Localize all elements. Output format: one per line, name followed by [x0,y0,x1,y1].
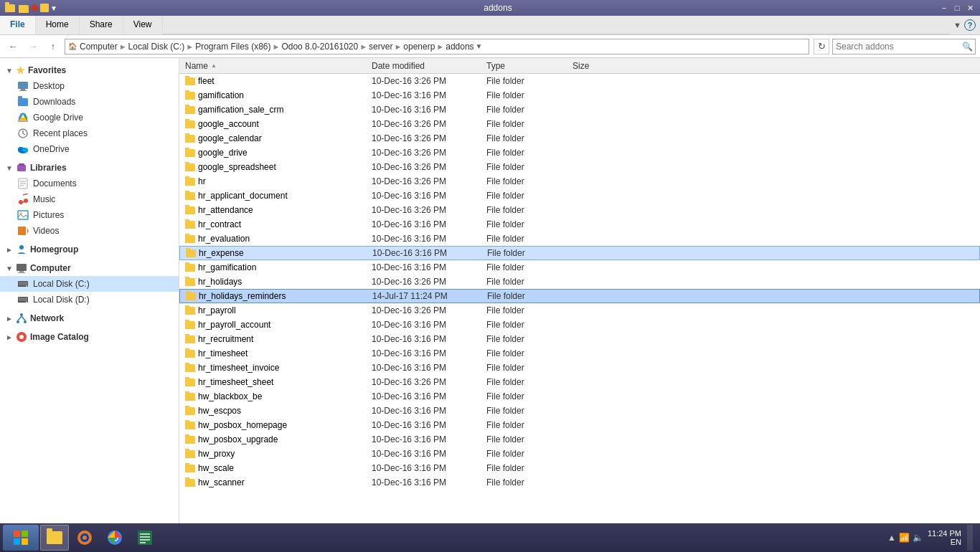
sidebar-header-image-catalog[interactable]: ► Image Catalog [0,329,179,345]
volume-tray-icon[interactable]: 🔈 [913,533,923,543]
table-row[interactable]: gamification 10-Dec-16 3:16 PM File fold… [179,88,980,103]
taskbar-item-firefox[interactable] [70,525,99,551]
sidebar-item-music[interactable]: Music [0,191,179,207]
svg-line-41 [22,316,25,320]
table-row[interactable]: hr_timesheet_sheet 10-Dec-16 3:26 PM Fil… [179,375,980,389]
start-button[interactable] [3,525,39,551]
sidebar-item-local-disk-c[interactable]: Local Disk (C:) [0,276,179,292]
file-list[interactable]: fleet 10-Dec-16 3:26 PM File folder gami… [179,74,980,528]
path-localdisk[interactable]: Local Disk (C:) [128,42,185,52]
table-row[interactable]: hr_recruitment 10-Dec-16 3:16 PM File fo… [179,332,980,346]
table-row[interactable]: fleet 10-Dec-16 3:26 PM File folder [179,74,980,88]
sidebar-item-google-drive[interactable]: Google Drive [0,110,179,125]
table-row[interactable]: hr_gamification 10-Dec-16 3:16 PM File f… [179,260,980,275]
file-name-text: hr_expense [199,248,244,258]
tray-arrow-icon[interactable]: ▲ [887,533,896,543]
table-row[interactable]: google_account 10-Dec-16 3:26 PM File fo… [179,117,980,131]
sidebar-item-desktop[interactable]: Desktop [0,78,179,94]
table-row[interactable]: hw_blackbox_be 10-Dec-16 3:16 PM File fo… [179,389,980,404]
path-odoo[interactable]: Odoo 8.0-20161020 [281,42,358,52]
taskbar-item-explorer[interactable] [40,525,69,551]
ribbon-help-icon[interactable]: ? [964,19,976,31]
ribbon-expand-icon[interactable]: ▼ [953,21,961,29]
file-date-cell: 10-Dec-16 3:26 PM [366,76,481,86]
sidebar-item-documents[interactable]: Documents [0,176,179,191]
sidebar-header-libraries[interactable]: ▼ Libraries [0,160,179,176]
svg-rect-27 [19,271,24,272]
table-row[interactable]: hr_evaluation 10-Dec-16 3:16 PM File fol… [179,232,980,246]
sidebar-item-recent[interactable]: Recent places [0,125,179,141]
minimize-button[interactable]: − [938,2,950,14]
path-server[interactable]: server [369,42,392,52]
table-row[interactable]: hw_scanner 10-Dec-16 3:16 PM File folder [179,475,980,490]
path-computer[interactable]: Computer [80,42,118,52]
taskbar-item-chrome[interactable] [100,525,129,551]
path-openerp[interactable]: openerp [403,42,435,52]
forward-button[interactable]: → [24,38,42,55]
table-row[interactable]: google_spreadsheet 10-Dec-16 3:26 PM Fil… [179,160,980,174]
sidebar-header-computer[interactable]: ▼ Computer [0,260,179,276]
file-type-cell: File folder [481,76,567,86]
sidebar-item-videos[interactable]: Videos [0,223,179,239]
quick-access-icon-1[interactable] [19,5,29,13]
refresh-button[interactable]: ↻ [814,39,829,54]
table-row[interactable]: hw_posbox_upgrade 10-Dec-16 3:16 PM File… [179,432,980,447]
close-button[interactable]: ✕ [964,2,976,14]
tab-share[interactable]: Share [80,16,123,34]
address-path[interactable]: 🏠 Computer ► Local Disk (C:) ► Program F… [65,39,809,54]
up-button[interactable]: ↑ [44,38,62,55]
quick-access-icon-2[interactable] [30,4,39,12]
sidebar-item-onedrive[interactable]: OneDrive [0,141,179,157]
path-programfiles[interactable]: Program Files (x86) [195,42,270,52]
col-header-type[interactable]: Type [481,61,567,71]
tab-home[interactable]: Home [36,16,80,34]
taskbar-item-spreadsheet[interactable] [131,525,159,551]
path-dropdown-button[interactable]: ▼ [476,42,483,50]
search-input[interactable] [833,42,959,52]
sidebar-header-network[interactable]: ► Network [0,310,179,326]
table-row[interactable]: hr_payroll_account 10-Dec-16 3:16 PM Fil… [179,318,980,332]
ribbon-spacer [163,16,950,34]
table-row[interactable]: hr_timesheet_invoice 10-Dec-16 3:16 PM F… [179,361,980,375]
table-row[interactable]: hr_applicant_document 10-Dec-16 3:16 PM … [179,189,980,203]
table-row[interactable]: hw_proxy 10-Dec-16 3:16 PM File folder [179,447,980,461]
network-tray-icon[interactable]: 📶 [899,533,910,543]
table-row[interactable]: hr 10-Dec-16 3:26 PM File folder [179,174,980,189]
taskbar-clock[interactable]: 11:24 PM EN [928,529,961,546]
table-row[interactable]: google_calendar 10-Dec-16 3:26 PM File f… [179,131,980,146]
table-row[interactable]: hw_posbox_homepage 10-Dec-16 3:16 PM Fil… [179,418,980,432]
table-row[interactable]: hw_escpos 10-Dec-16 3:16 PM File folder [179,404,980,418]
sidebar-header-homegroup[interactable]: ► Homegroup [0,242,179,257]
sidebar-header-favorites[interactable]: ▼ ★ Favorites [0,62,179,78]
taskbar-right: ▲ 📶 🔈 11:24 PM EN [887,525,977,551]
file-name-cell: hr_evaluation [179,234,366,244]
table-row[interactable]: hr_expense 10-Dec-16 3:16 PM File folder [179,246,980,260]
sidebar-item-local-disk-d[interactable]: Local Disk (D:) [0,292,179,308]
table-row[interactable]: google_drive 10-Dec-16 3:26 PM File fold… [179,146,980,160]
file-date-cell: 10-Dec-16 3:16 PM [366,477,481,487]
table-row[interactable]: hr_timesheet 10-Dec-16 3:16 PM File fold… [179,346,980,361]
col-header-date[interactable]: Date modified [366,61,481,71]
back-button[interactable]: ← [4,38,22,55]
sidebar-item-pictures[interactable]: Pictures [0,207,179,223]
table-row[interactable]: hr_holidays_reminders 14-Jul-17 11:24 PM… [179,289,980,303]
tab-view[interactable]: View [123,16,163,34]
table-row[interactable]: hr_payroll 10-Dec-16 3:26 PM File folder [179,303,980,318]
sidebar-item-downloads[interactable]: Downloads [0,94,179,110]
table-row[interactable]: gamification_sale_crm 10-Dec-16 3:16 PM … [179,103,980,117]
maximize-button[interactable]: □ [951,2,963,14]
table-row[interactable]: hr_holidays 10-Dec-16 3:26 PM File folde… [179,275,980,289]
show-desktop-button[interactable] [967,525,973,551]
col-header-size[interactable]: Size [567,61,624,71]
folder-icon [185,465,195,472]
table-row[interactable]: hr_contract 10-Dec-16 3:16 PM File folde… [179,217,980,232]
path-addons[interactable]: addons [446,42,473,52]
table-row[interactable]: hw_scale 10-Dec-16 3:16 PM File folder [179,461,980,475]
col-header-name[interactable]: Name ▲ [179,61,366,71]
search-button[interactable]: 🔍 [959,39,975,54]
quick-access-icon-3[interactable] [40,4,49,12]
folder-icon [185,336,195,343]
tab-file[interactable]: File [0,16,36,34]
quick-access-dropdown[interactable]: ▼ [50,4,57,12]
table-row[interactable]: hr_attendance 10-Dec-16 3:26 PM File fol… [179,203,980,217]
